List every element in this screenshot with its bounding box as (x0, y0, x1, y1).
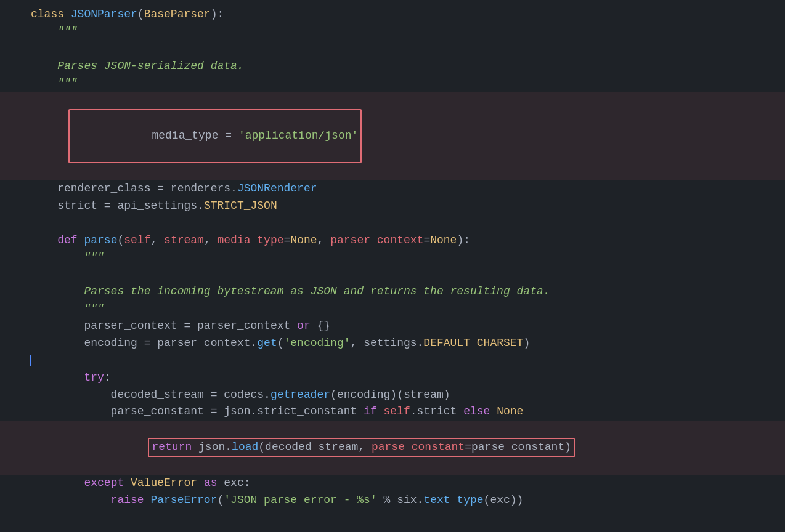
code-line: strict = api_settings.STRICT_JSON (0, 198, 785, 215)
code-editor: class JSONParser(BaseParser): """ Parses… (0, 0, 785, 532)
line-content: def parse(self, stream, media_type=None,… (31, 232, 785, 249)
code-line: """ (0, 249, 785, 266)
code-line: """ (0, 23, 785, 41)
code-line: except ValueError as exc: (0, 475, 785, 492)
code-line: def parse(self, stream, media_type=None,… (0, 232, 785, 249)
code-line: encoding = parser_context.get('encoding'… (0, 335, 785, 352)
line-content: Parses the incoming bytestream as JSON a… (31, 283, 785, 300)
line-content: parser_context = parser_context or {} (31, 318, 785, 335)
line-content: return json.load(decoded_stream, parse_c… (31, 421, 785, 475)
code-line: raise ParseError('JSON parse error - %s'… (0, 492, 785, 509)
code-line: try: (0, 369, 785, 387)
code-line-highlighted-return: return json.load(decoded_stream, parse_c… (0, 421, 785, 475)
line-content: """ (31, 23, 785, 41)
line-content: renderer_class = renderers.JSONRenderer (31, 180, 785, 198)
line-content: encoding = parser_context.get('encoding'… (31, 335, 785, 352)
line-content: parse_constant = json.strict_constant if… (31, 403, 785, 421)
code-line: decoded_stream = codecs.getreader(encodi… (0, 387, 785, 404)
line-content: media_type = 'application/json' (31, 92, 785, 180)
line-content: try: (31, 369, 785, 387)
code-line: class JSONParser(BaseParser): (0, 6, 785, 23)
line-content: decoded_stream = codecs.getreader(encodi… (31, 387, 785, 404)
code-line: """ (0, 300, 785, 318)
code-line: parse_constant = json.strict_constant if… (0, 403, 785, 421)
code-line (0, 266, 785, 283)
line-content: except ValueError as exc: (31, 475, 785, 492)
code-line: renderer_class = renderers.JSONRenderer (0, 180, 785, 198)
code-line-cursor (0, 352, 785, 369)
code-line (0, 41, 785, 58)
code-line: """ (0, 75, 785, 92)
line-content: """ (31, 300, 785, 318)
code-line: Parses JSON-serialized data. (0, 58, 785, 75)
line-content: strict = api_settings.STRICT_JSON (31, 198, 785, 215)
code-line: parser_context = parser_context or {} (0, 318, 785, 335)
line-content: class JSONParser(BaseParser): (31, 6, 785, 23)
code-line-highlighted: media_type = 'application/json' (0, 92, 785, 180)
code-line: Parses the incoming bytestream as JSON a… (0, 283, 785, 300)
line-content: """ (31, 249, 785, 266)
line-content: raise ParseError('JSON parse error - %s'… (31, 492, 785, 509)
code-line (0, 215, 785, 232)
line-content: Parses JSON-serialized data. (31, 58, 785, 75)
line-content: """ (31, 75, 785, 92)
